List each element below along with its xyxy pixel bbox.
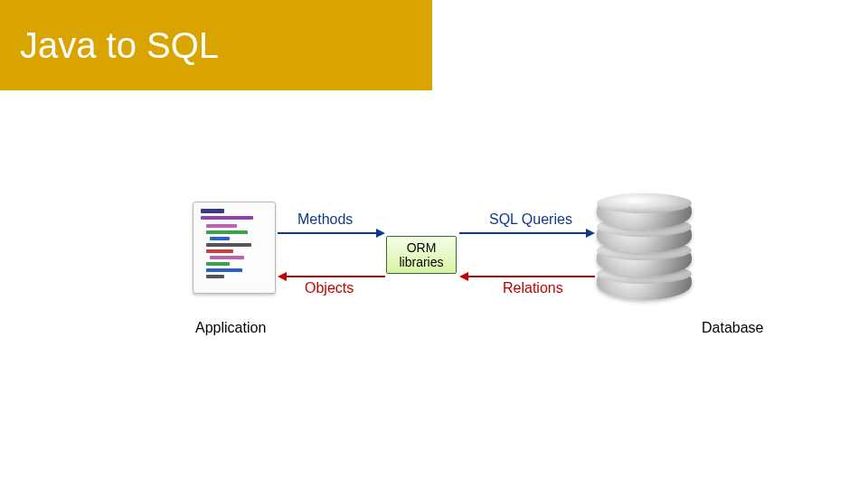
diagram-stage: ORM libraries Methods Objects SQL Querie… [0,0,868,488]
label-objects: Objects [305,280,354,296]
label-methods: Methods [297,211,353,228]
orm-libraries-node: ORM libraries [386,236,457,274]
label-relations: Relations [503,280,563,296]
label-sql-queries: SQL Queries [489,211,572,228]
label-application: Application [195,320,266,336]
database-cylinder-icon [597,193,692,302]
label-database: Database [702,320,764,336]
orm-label: ORM libraries [387,240,456,269]
application-code-icon [193,202,276,294]
